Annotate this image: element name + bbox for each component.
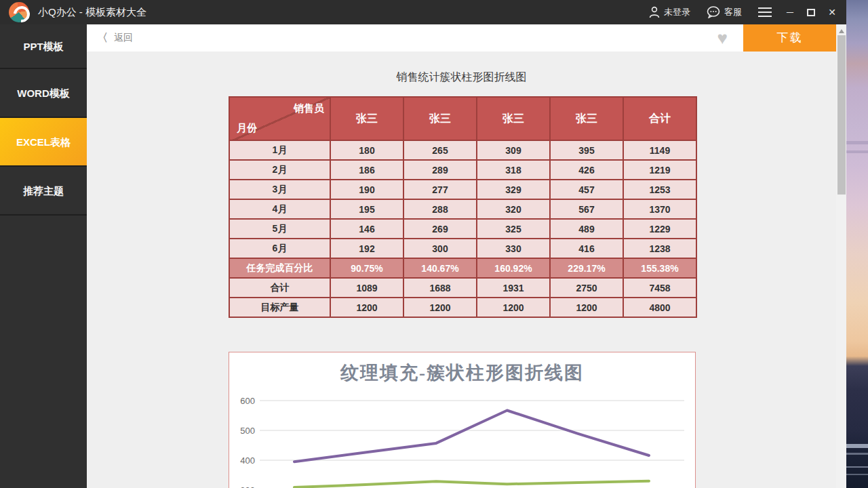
user-icon [649, 6, 660, 18]
table-cell: 140.67% [403, 258, 477, 278]
table-cell: 277 [403, 180, 477, 199]
minimize-button[interactable]: ─ [784, 7, 796, 18]
table-row: 任务完成百分比90.75%140.67%160.92%229.17%155.38… [229, 258, 696, 278]
table-cell: 300 [403, 239, 477, 258]
back-label: 返回 [114, 32, 133, 44]
table-cell: 329 [477, 180, 550, 199]
back-button[interactable]: 〈 返回 [97, 24, 133, 52]
table-cell: 1200 [477, 298, 550, 317]
table-cell: 1200 [330, 298, 403, 317]
sales-table-wrap: 销售员月份张三张三张三张三合计1月18026530939511492月18628… [229, 96, 697, 318]
sidebar-item-excel[interactable]: EXCEL表格 [0, 118, 87, 167]
table-header-cell: 张三 [477, 97, 550, 140]
table-cell: 1238 [623, 239, 696, 258]
app-title: 小Q办公 - 模板素材大全 [38, 0, 146, 24]
chart-title: 纹理填充-簇状柱形图折线图 [229, 361, 695, 385]
table-cell: 457 [550, 180, 623, 199]
table-row-label: 6月 [229, 239, 330, 258]
close-button[interactable]: ✕ [826, 7, 838, 18]
back-chevron-icon: 〈 [97, 31, 108, 45]
table-cell: 265 [403, 140, 477, 160]
table-row-label: 1月 [229, 140, 330, 160]
chart-panel: 600500400300 纹理填充-簇状柱形图折线图 [229, 352, 696, 488]
y-tick-label: 500 [240, 426, 255, 436]
login-button[interactable]: 未登录 [649, 6, 690, 18]
y-tick-label: 600 [240, 396, 255, 406]
menu-button[interactable] [758, 5, 772, 20]
hamburger-menu-icon [758, 5, 772, 20]
table-cell: 195 [330, 199, 403, 219]
table-cell: 1149 [623, 140, 696, 160]
scrollbar-thumb[interactable] [837, 35, 846, 195]
table-row-label: 3月 [229, 180, 330, 199]
table-corner-cell: 销售员月份 [229, 97, 330, 140]
support-button[interactable]: 客服 [707, 6, 742, 18]
table-cell: 288 [403, 199, 477, 219]
scrollbar[interactable] [836, 24, 846, 488]
table-row: 合计10891688193127507458 [229, 278, 696, 298]
desktop-wallpaper [846, 0, 868, 488]
sidebar-item-theme[interactable]: 推荐主题 [0, 167, 87, 216]
y-tick-label: 300 [240, 485, 255, 488]
table-cell: 7458 [623, 278, 696, 298]
table-header-cell: 合计 [623, 97, 696, 140]
scrollbar-up-arrow-icon[interactable] [839, 29, 844, 33]
table-cell: 325 [477, 219, 550, 239]
table-row: 1月1802653093951149 [229, 140, 696, 160]
table-cell: 186 [330, 160, 403, 180]
table-cell: 567 [550, 199, 623, 219]
maximize-icon [807, 9, 815, 16]
line-series [294, 481, 649, 487]
table-cell: 489 [550, 219, 623, 239]
titlebar-controls: 未登录 客服 ─ ✕ [649, 0, 838, 24]
sidebar-item-word[interactable]: WORD模板 [0, 69, 87, 118]
app-logo-icon [9, 2, 29, 22]
table-row-label: 5月 [229, 219, 330, 239]
y-tick-label: 400 [240, 455, 255, 466]
table-row-label: 4月 [229, 199, 330, 219]
sidebar-item-ppt[interactable]: PPT模板 [0, 24, 87, 69]
table-row-label: 任务完成百分比 [229, 258, 330, 278]
table-row: 4月1952883205671370 [229, 199, 696, 219]
table-cell: 1200 [403, 298, 477, 317]
table-cell: 1229 [623, 219, 696, 239]
table-cell: 192 [330, 239, 403, 258]
table-cell: 395 [550, 140, 623, 160]
login-label: 未登录 [664, 6, 690, 18]
table-cell: 320 [477, 199, 550, 219]
table-row-label: 合计 [229, 278, 330, 298]
table-cell: 309 [477, 140, 550, 160]
table-cell: 90.75% [330, 258, 403, 278]
table-cell: 4800 [623, 298, 696, 317]
corner-label-salesperson: 销售员 [294, 102, 324, 115]
table-cell: 1253 [623, 180, 696, 199]
titlebar: 小Q办公 - 模板素材大全 未登录 客服 [0, 0, 846, 24]
table-cell: 426 [550, 160, 623, 180]
table-cell: 416 [550, 239, 623, 258]
table-header-cell: 张三 [550, 97, 623, 140]
table-cell: 289 [403, 160, 477, 180]
table-row-label: 目标产量 [229, 298, 330, 317]
table-cell: 1200 [550, 298, 623, 317]
table-cell: 318 [477, 160, 550, 180]
favorite-button[interactable]: ♥ [717, 24, 728, 52]
table-cell: 269 [403, 219, 477, 239]
table-cell: 1089 [330, 278, 403, 298]
table-cell: 1688 [403, 278, 477, 298]
table-cell: 229.17% [550, 258, 623, 278]
chat-icon [707, 6, 720, 18]
corner-label-month: 月份 [237, 122, 257, 135]
table-cell: 2750 [550, 278, 623, 298]
download-button[interactable]: 下载 [743, 24, 836, 52]
maximize-button[interactable] [807, 9, 815, 16]
app-window: 小Q办公 - 模板素材大全 未登录 客服 [0, 0, 868, 488]
table-row: 目标产量12001200120012004800 [229, 298, 696, 317]
table-row: 6月1923003304161238 [229, 239, 696, 258]
sidebar: PPT模板 WORD模板 EXCEL表格 推荐主题 [0, 24, 87, 488]
table-cell: 330 [477, 239, 550, 258]
toolbar: 〈 返回 ♥ 下载 [87, 24, 836, 52]
table-header-cell: 张三 [330, 97, 403, 140]
table-cell: 155.38% [623, 258, 696, 278]
table-cell: 190 [330, 180, 403, 199]
table-row: 2月1862893184261219 [229, 160, 696, 180]
